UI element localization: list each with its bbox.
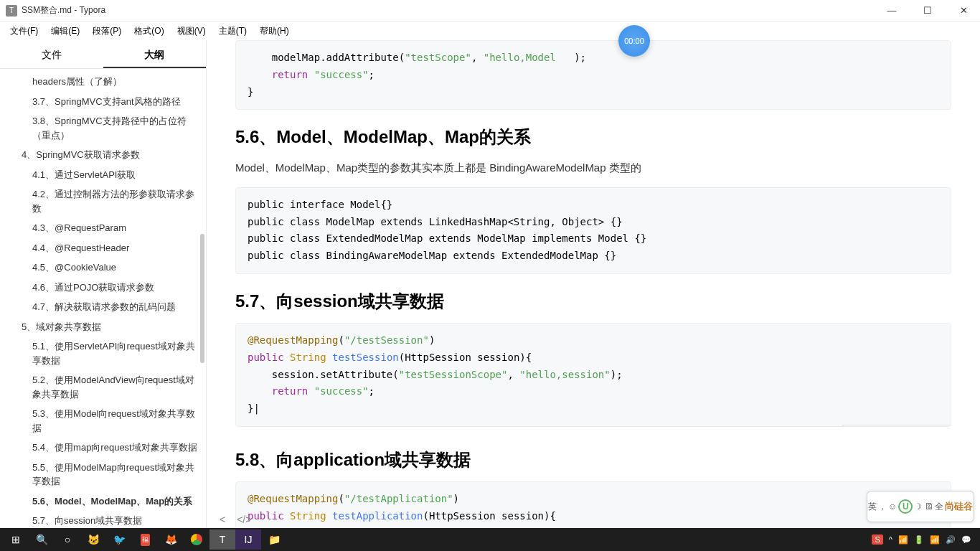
tray-bt-icon[interactable]: 📶 xyxy=(898,535,908,545)
ime-punct[interactable]: ， xyxy=(878,501,887,513)
ime-full[interactable]: 全 xyxy=(935,501,943,513)
sidebar-tabs: 文件 大纲 xyxy=(0,40,206,69)
tab-files[interactable]: 文件 xyxy=(0,40,103,68)
outline-item[interactable]: 3.8、SpringMVC支持路径中的占位符（重点） xyxy=(0,111,206,145)
maximize-button[interactable]: ☐ xyxy=(917,5,938,16)
firefox-icon[interactable]: 🦊 xyxy=(158,529,184,550)
taskbar-app-2[interactable]: 🐦 xyxy=(106,529,132,550)
back-icon[interactable]: < xyxy=(220,514,225,525)
tray-up-icon[interactable]: ^ xyxy=(889,535,892,544)
outline-item[interactable]: 3.7、SpringMVC支持ant风格的路径 xyxy=(0,92,206,112)
system-tray[interactable]: S ^ 📶 🔋 📶 🔊 💬 xyxy=(872,534,977,545)
tab-outline[interactable]: 大纲 xyxy=(103,40,207,68)
search-icon[interactable]: 🔍 xyxy=(29,529,55,550)
ime-emoji[interactable]: ☺ xyxy=(888,501,897,512)
ime-float-panel[interactable]: 英 ， ☺ U ☽ 🖻 全 尚硅谷 xyxy=(867,491,974,522)
window-title: SSM整合.md - Typora xyxy=(22,4,105,17)
source-mode-icon[interactable]: </> xyxy=(237,514,251,525)
chrome-icon[interactable] xyxy=(184,529,209,550)
tray-battery-icon[interactable]: 🔋 xyxy=(914,535,924,545)
outline-item[interactable]: 5、域对象共享数据 xyxy=(0,317,206,337)
taskbar: ⊞ 🔍 ○ 🐱 🐦 福 🦊 T IJ 📁 S ^ 📶 🔋 📶 🔊 💬 xyxy=(0,528,980,551)
outline-item[interactable]: 5.4、使用map向request域对象共享数据 xyxy=(0,438,206,458)
idea-icon[interactable]: IJ xyxy=(235,529,261,550)
paragraph-5-6: Model、ModelMap、Map类型的参数其实本质上都是 BindingAw… xyxy=(235,159,951,177)
taskbar-app-3[interactable]: 福 xyxy=(132,529,158,550)
outline-item[interactable]: headers属性（了解） xyxy=(0,72,206,92)
menu-help[interactable]: 帮助(H) xyxy=(255,24,293,39)
sidebar: 文件 大纲 headers属性（了解）3.7、SpringMVC支持ant风格的… xyxy=(0,40,207,528)
outline-item[interactable]: 4.7、解决获取请求参数的乱码问题 xyxy=(0,297,206,317)
menu-bar: 文件(F) 编辑(E) 段落(P) 格式(O) 视图(V) 主题(T) 帮助(H… xyxy=(0,22,980,40)
editor-content[interactable]: modelMap.addAttribute("testScope", "hell… xyxy=(207,40,980,528)
outline-item[interactable]: 4.2、通过控制器方法的形参获取请求参数 xyxy=(0,184,206,218)
heading-5-7: 5.7、向session域共享数据 xyxy=(235,290,951,313)
outline-item[interactable]: 5.5、使用ModelMap向request域对象共享数据 xyxy=(0,458,206,491)
tray-ime-icon[interactable]: S xyxy=(872,534,882,545)
outline-item[interactable]: 5.2、使用ModelAndView向request域对象共享数据 xyxy=(0,370,206,404)
outline-item[interactable]: 4.4、@RequestHeader xyxy=(0,238,206,258)
tray-notif-icon[interactable]: 💬 xyxy=(961,535,971,545)
menu-edit[interactable]: 编辑(E) xyxy=(47,24,84,39)
outline-item[interactable]: 4、SpringMVC获取请求参数 xyxy=(0,145,206,165)
menu-paragraph[interactable]: 段落(P) xyxy=(88,24,126,39)
close-button[interactable]: ✕ xyxy=(953,5,974,16)
outline-item[interactable]: 5.1、使用ServletAPI向request域对象共享数据 xyxy=(0,336,206,370)
taskbar-app-1[interactable]: 🐱 xyxy=(80,529,106,550)
outline-item[interactable]: 4.6、通过POJO获取请求参数 xyxy=(0,278,206,298)
code-lang-label[interactable]: java xyxy=(842,425,951,427)
outline-item[interactable]: 5.7、向session域共享数据 xyxy=(0,511,206,528)
outline-scrollbar[interactable] xyxy=(200,234,204,363)
menu-file[interactable]: 文件(F) xyxy=(6,24,42,39)
outline-list[interactable]: headers属性（了解）3.7、SpringMVC支持ant风格的路径3.8、… xyxy=(0,69,206,528)
outline-item[interactable]: 4.5、@CookieValue xyxy=(0,258,206,278)
outline-item[interactable]: 4.1、通过ServletAPI获取 xyxy=(0,165,206,185)
window-titlebar: T SSM整合.md - Typora — ☐ ✕ xyxy=(0,0,980,22)
app-icon: T xyxy=(6,5,17,17)
heading-5-6: 5.6、Model、ModelMap、Map的关系 xyxy=(235,126,951,149)
outline-item[interactable]: 5.3、使用Model向request域对象共享数据 xyxy=(0,404,206,438)
tray-wifi-icon[interactable]: 📶 xyxy=(930,535,940,545)
typora-icon[interactable]: T xyxy=(209,529,235,550)
ime-brand: 尚硅谷 xyxy=(945,500,973,513)
bottom-toolbar: < </> xyxy=(214,511,257,528)
menu-view[interactable]: 视图(V) xyxy=(173,24,210,39)
tray-volume-icon[interactable]: 🔊 xyxy=(946,535,956,545)
menu-theme[interactable]: 主题(T) xyxy=(215,24,251,39)
code-block-5-7[interactable]: @RequestMapping("/testSession") public S… xyxy=(235,323,951,427)
outline-item[interactable]: 5.6、Model、ModelMap、Map的关系 xyxy=(0,491,206,512)
ime-logo-icon: U xyxy=(898,499,913,514)
window-controls: — ☐ ✕ xyxy=(881,5,974,16)
menu-format[interactable]: 格式(O) xyxy=(130,24,168,39)
heading-5-8: 5.8、向application域共享数据 xyxy=(235,448,951,471)
ime-mode[interactable]: 英 xyxy=(868,501,877,513)
explorer-icon[interactable]: 📁 xyxy=(261,529,287,550)
start-button[interactable]: ⊞ xyxy=(3,529,29,550)
cortana-icon[interactable]: ○ xyxy=(55,529,80,550)
code-block-5-6[interactable]: public interface Model{} public class Mo… xyxy=(235,187,951,274)
code-block-modelmap[interactable]: modelMap.addAttribute("testScope", "hell… xyxy=(235,40,951,110)
code-block-5-8[interactable]: @RequestMapping("/testApplication") publ… xyxy=(235,481,951,528)
timer-badge[interactable]: 00:00 xyxy=(618,25,650,57)
outline-item[interactable]: 4.3、@RequestParam xyxy=(0,218,206,238)
minimize-button[interactable]: — xyxy=(881,5,903,16)
